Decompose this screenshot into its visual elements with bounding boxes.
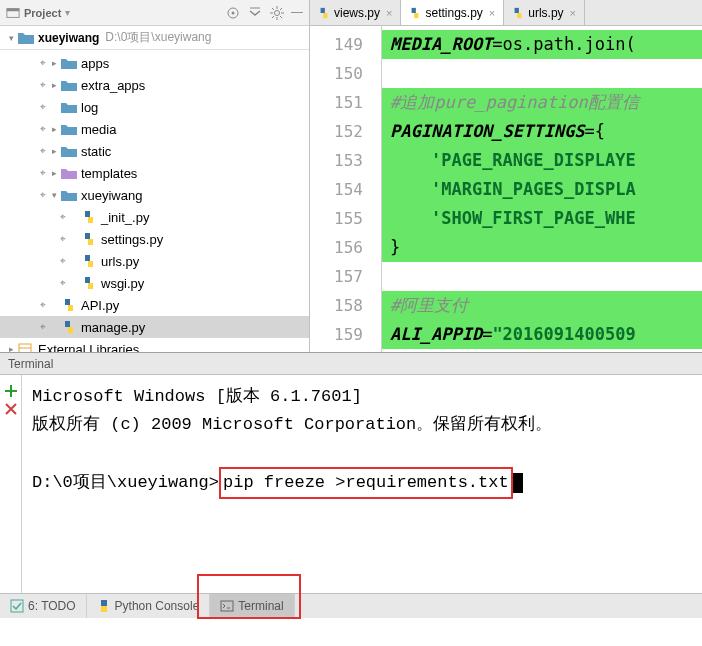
code-line[interactable]: } [382,233,702,262]
tree-label: extra_apps [81,78,145,93]
gutter-line: 150 [310,59,381,88]
gutter-line: 152 [310,117,381,146]
terminal-gutter [0,375,22,593]
dropdown-icon[interactable]: ▾ [65,7,70,18]
code-line[interactable]: PAGINATION_SETTINGS={ [382,117,702,146]
tree-label: apps [81,56,109,71]
tree-node-API-py[interactable]: ⌖API.py [0,294,309,316]
svg-point-3 [232,11,235,14]
terminal-header[interactable]: Terminal [0,353,702,375]
tree-node-templates[interactable]: ⌖▸templates [0,162,309,184]
tree-node-apps[interactable]: ⌖▸apps [0,52,309,74]
terminal-content[interactable]: Microsoft Windows [版本 6.1.7601] 版权所有 (c)… [22,375,702,593]
tree-label: manage.py [81,320,145,335]
tab-urls-py[interactable]: urls.py× [504,0,585,25]
tab-close-icon[interactable]: × [570,7,576,19]
python-file-icon [318,7,330,19]
status-bar: 6: TODO Python Console Terminal [0,593,702,618]
tree-label: settings.py [101,232,163,247]
gutter-line: 159 [310,320,381,349]
gutter-line: 149 [310,30,381,59]
gutter-line: 158 [310,291,381,320]
tree-arrow-icon[interactable]: ▸ [49,146,59,156]
hide-icon[interactable]: — [291,5,303,21]
terminal-icon [220,599,234,613]
close-icon[interactable] [3,401,19,417]
tree-node-extra_apps[interactable]: ⌖▸extra_apps [0,74,309,96]
svg-rect-7 [221,601,233,611]
code-line[interactable]: 'PAGE_RANGE_DISPLAYE [382,146,702,175]
sidebar-header: Project ▾ — [0,0,309,26]
tree-node-urls-py[interactable]: ⌖urls.py [0,250,309,272]
chevron-down-icon[interactable]: ▾ [6,33,16,43]
tab-views-py[interactable]: views.py× [310,0,401,25]
python-file-icon [409,7,421,19]
tree-node-settings-py[interactable]: ⌖settings.py [0,228,309,250]
svg-rect-6 [11,600,23,612]
target-icon[interactable] [225,5,241,21]
gutter-line: 151 [310,88,381,117]
breadcrumb-root: xueyiwang [38,31,99,45]
terminal-prompt: D:\0项目\xueyiwang> [32,473,219,492]
python-icon [97,599,111,613]
tree-node-static[interactable]: ⌖▸static [0,140,309,162]
collapse-icon[interactable] [247,5,263,21]
tree-arrow-icon[interactable]: ▸ [49,58,59,68]
terminal-command: pip freeze >requirements.txt [223,473,509,492]
tree-label: API.py [81,298,119,313]
code-line[interactable]: MEDIA_ROOT=os.path.join( [382,30,702,59]
tab-settings-py[interactable]: settings.py× [401,0,504,25]
tree-label: log [81,100,98,115]
svg-rect-1 [7,8,19,11]
status-python-console[interactable]: Python Console [87,594,211,618]
code-line[interactable]: #追加pure_pagination配置信 [382,88,702,117]
terminal-line: Microsoft Windows [版本 6.1.7601] [32,383,692,411]
tree-label: _init_.py [101,210,149,225]
plus-icon[interactable] [3,383,19,399]
tree-node-media[interactable]: ⌖▸media [0,118,309,140]
editor-area: views.py×settings.py×urls.py× 1491501511… [310,0,702,352]
editor-body[interactable]: 149150151152153154155156157158159 MEDIA_… [310,26,702,352]
terminal-title: Terminal [8,357,53,371]
terminal-cursor [513,473,523,493]
terminal-line: 版权所有 (c) 2009 Microsoft Corporation。保留所有… [32,411,692,439]
tree-node-external-libraries[interactable]: ▸External Libraries [0,338,309,352]
tree-node-manage-py[interactable]: ⌖manage.py [0,316,309,338]
tree-label: wsgi.py [101,276,144,291]
code-line[interactable] [382,59,702,88]
tree-node-wsgi-py[interactable]: ⌖wsgi.py [0,272,309,294]
python-file-icon [512,7,524,19]
terminal-prompt-line: D:\0项目\xueyiwang>pip freeze >requirement… [32,467,692,499]
gutter-line: 157 [310,262,381,291]
code-line[interactable]: 'MARGIN_PAGES_DISPLA [382,175,702,204]
gutter-line: 156 [310,233,381,262]
tree-node-xueyiwang[interactable]: ⌖▾xueyiwang [0,184,309,206]
code-line[interactable] [382,262,702,291]
tree-arrow-icon[interactable]: ▸ [49,168,59,178]
breadcrumb[interactable]: ▾ xueyiwang D:\0项目\xueyiwang [0,26,309,50]
code-line[interactable]: 'SHOW_FIRST_PAGE_WHE [382,204,702,233]
gutter-line: 155 [310,204,381,233]
tree-arrow-icon[interactable]: ▸ [49,124,59,134]
project-icon [6,6,20,20]
tree-label: static [81,144,111,159]
svg-point-4 [275,10,280,15]
tree-node-log[interactable]: ⌖log [0,96,309,118]
tree-node-_init_-py[interactable]: ⌖_init_.py [0,206,309,228]
code-line[interactable]: #阿里支付 [382,291,702,320]
tree-arrow-icon[interactable]: ▾ [49,190,59,200]
tree-arrow-icon[interactable]: ▸ [49,80,59,90]
gear-icon[interactable] [269,5,285,21]
code-line[interactable]: ALI_APPID="2016091400509 [382,320,702,349]
code-content[interactable]: MEDIA_ROOT=os.path.join(#追加pure_paginati… [382,26,702,352]
status-todo[interactable]: 6: TODO [0,594,87,618]
tab-close-icon[interactable]: × [489,7,495,19]
status-terminal[interactable]: Terminal [210,594,294,618]
terminal-command-highlight: pip freeze >requirements.txt [219,467,513,499]
tab-label: settings.py [425,6,482,20]
terminal-panel: Terminal Microsoft Windows [版本 6.1.7601]… [0,352,702,593]
tab-close-icon[interactable]: × [386,7,392,19]
line-gutter: 149150151152153154155156157158159 [310,26,382,352]
folder-icon [18,31,34,45]
project-tree[interactable]: ⌖▸apps⌖▸extra_apps⌖log⌖▸media⌖▸static⌖▸t… [0,50,309,352]
